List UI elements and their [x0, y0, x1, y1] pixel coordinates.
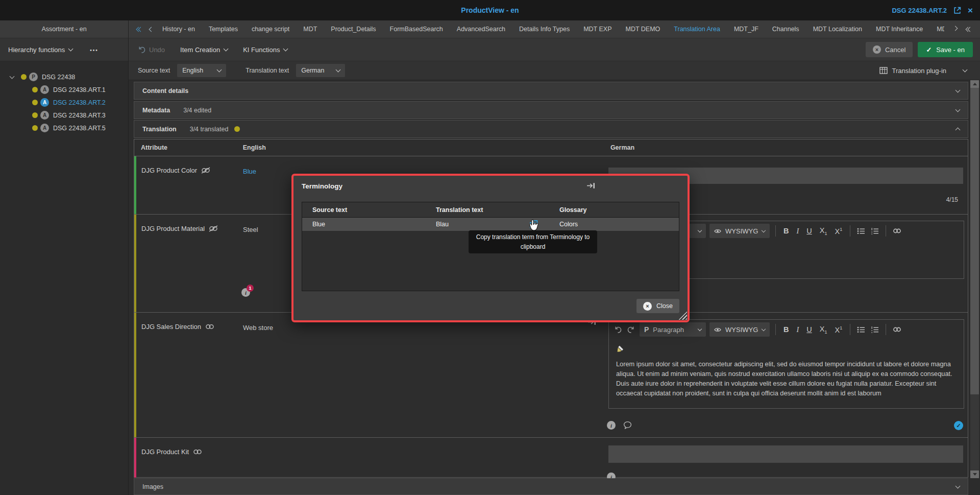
editor-content-area[interactable]: Lorem ipsum dolor sit amet, consectetur … [609, 339, 964, 403]
tree-item-art2-selected[interactable]: A DSG 22438.ART.2 [0, 96, 128, 109]
redo-icon[interactable] [626, 325, 636, 335]
tab-mdt-om[interactable]: MDT OM [937, 26, 944, 33]
insert-link-icon[interactable] [892, 325, 902, 334]
copy-source-to-translation-icon[interactable] [586, 182, 596, 190]
scroll-tabs-left-icon[interactable] [149, 27, 154, 32]
tab-product-details[interactable]: Product_Details [331, 26, 376, 33]
notification-badge: 1 [247, 285, 254, 292]
source-language-select[interactable]: English [177, 64, 226, 77]
translated-check-icon[interactable] [954, 421, 963, 430]
translation-language-select[interactable]: German [296, 64, 345, 77]
tab-mdt[interactable]: MDT [303, 26, 317, 33]
grid-header-row: Attribute English German [134, 139, 968, 156]
comment-bubble-icon[interactable] [623, 421, 632, 429]
source-text-label: Source text [138, 67, 170, 74]
italic-button[interactable]: I [794, 227, 801, 235]
tree-item-art3[interactable]: A DSG 22438.ART.3 [0, 109, 128, 122]
subscript-button[interactable]: X1 [818, 226, 829, 236]
unlink-icon[interactable] [209, 225, 218, 232]
subscript-button[interactable]: X1 [818, 325, 829, 335]
translation-plugin-select[interactable]: Translation plug-in [879, 67, 967, 75]
tab-mdt-localization[interactable]: MDT Localization [813, 26, 862, 33]
highlighter-pen-icon[interactable] [617, 344, 625, 352]
scroll-up-arrow[interactable] [970, 80, 979, 88]
hierarchy-functions-menu[interactable]: Hierarchy functions [8, 46, 65, 54]
numbered-list-icon[interactable] [870, 325, 880, 334]
tree-item-art5[interactable]: A DSG 22438.ART.5 [0, 122, 128, 134]
tab-formbasedsearch[interactable]: FormBasedSearch [390, 26, 443, 33]
underline-button[interactable]: U [804, 325, 814, 334]
tab-mdt-jf[interactable]: MDT_JF [734, 26, 758, 33]
ki-functions-menu[interactable]: KI Functions [243, 46, 287, 54]
wysiwyg-mode-select[interactable]: WYSIWYG [709, 224, 770, 238]
superscript-button[interactable]: X1 [833, 227, 845, 235]
cancel-button[interactable]: Cancel [866, 42, 913, 57]
column-header-source-text: Source text [302, 206, 426, 214]
tab-details-info-types[interactable]: Details Info Types [519, 26, 570, 33]
column-header-translation-text: Translation text [426, 206, 549, 214]
bold-button[interactable]: B [781, 325, 791, 334]
tab-history-en[interactable]: History - en [162, 26, 195, 33]
close-x-icon [643, 302, 652, 311]
tab-mdt-demo[interactable]: MDT DEMO [625, 26, 660, 33]
wysiwyg-mode-select[interactable]: WYSIWYG [709, 322, 770, 337]
section-images[interactable]: Images [134, 478, 968, 495]
link-icon[interactable] [205, 323, 214, 330]
section-translation[interactable]: Translation 3/4 translated [134, 120, 968, 138]
article-type-badge: A [40, 111, 49, 120]
tab-translation-area-active[interactable]: Translation Area [674, 26, 720, 33]
superscript-button[interactable]: X1 [833, 325, 845, 334]
german-value-input[interactable] [608, 445, 963, 463]
terminology-row[interactable]: Blue Blau Colors [302, 218, 679, 231]
section-content-details[interactable]: Content details [134, 82, 968, 100]
more-options-icon[interactable] [90, 46, 99, 54]
info-icon[interactable]: 1 [241, 288, 250, 297]
paragraph-style-select[interactable]: P Paragraph [640, 322, 706, 337]
tab-advancedsearch[interactable]: AdvancedSearch [457, 26, 505, 33]
bullet-list-icon[interactable] [856, 227, 866, 235]
close-dialog-button[interactable]: Close [636, 299, 679, 313]
tab-channels[interactable]: Channels [772, 26, 799, 33]
tree-item-art1[interactable]: A DSG 22438.ART.1 [0, 83, 128, 96]
scroll-down-arrow[interactable] [970, 470, 979, 478]
underline-button[interactable]: U [804, 227, 814, 235]
scrollbar-thumb[interactable] [970, 88, 979, 394]
tab-mdt-inheritance[interactable]: MDT Inheritance [876, 26, 923, 33]
undo-button[interactable]: Undo [138, 46, 165, 54]
close-window-icon[interactable]: × [968, 6, 973, 15]
language-filter-bar: Source text English Translation text Ger… [129, 61, 980, 80]
status-dot-icon [32, 112, 38, 118]
bullet-list-icon[interactable] [856, 325, 866, 334]
undo-icon[interactable] [613, 325, 623, 335]
collapse-tabs-icon[interactable] [966, 28, 972, 31]
link-icon[interactable] [193, 449, 202, 455]
item-creation-menu[interactable]: Item Creation [180, 46, 228, 54]
expand-collapse-icon[interactable] [10, 74, 15, 79]
insert-link-icon[interactable] [892, 227, 902, 235]
bold-button[interactable]: B [781, 227, 791, 235]
chevron-up-icon[interactable] [955, 127, 961, 132]
tree-item-dsg-22438[interactable]: P DSG 22438 [0, 70, 128, 83]
tab-mdt-exp[interactable]: MDT EXP [583, 26, 611, 33]
tab-templates[interactable]: Templates [209, 26, 238, 33]
resize-handle[interactable] [678, 311, 687, 320]
save-button[interactable]: Save - en [918, 42, 973, 57]
info-icon[interactable] [607, 421, 616, 430]
chevron-down-icon[interactable] [955, 483, 961, 488]
section-metadata[interactable]: Metadata 3/4 edited [134, 101, 968, 119]
chevron-down-icon[interactable] [955, 87, 961, 92]
open-in-new-window-icon[interactable] [953, 7, 961, 14]
scroll-tabs-far-left-icon[interactable] [137, 28, 142, 31]
chevron-down-icon[interactable] [955, 107, 961, 112]
chevron-down-icon[interactable] [68, 46, 74, 52]
chevron-down-icon [762, 326, 766, 331]
attribute-label: DJG Product Kit [141, 448, 189, 456]
source-value-link[interactable]: Blue [243, 168, 256, 175]
unlink-icon[interactable] [201, 167, 210, 174]
numbered-list-icon[interactable] [870, 227, 880, 235]
italic-button[interactable]: I [794, 325, 801, 334]
translation-status: 3/4 translated [190, 126, 229, 133]
tab-change-script[interactable]: change script [252, 26, 289, 33]
vertical-scrollbar[interactable] [970, 80, 979, 478]
scroll-tabs-right-icon[interactable] [953, 26, 958, 31]
